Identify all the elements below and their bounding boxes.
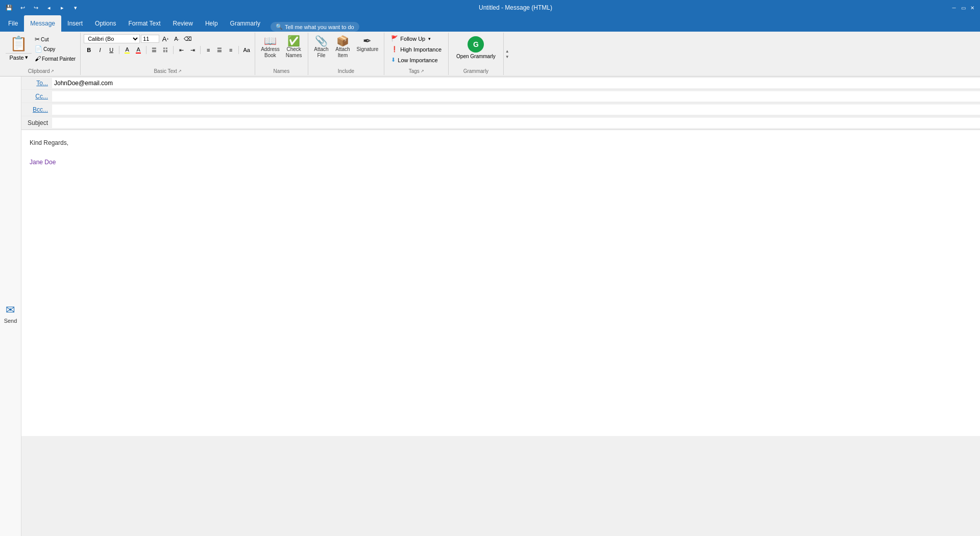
tab-grammarly[interactable]: Grammarly <box>224 15 266 32</box>
subject-input[interactable] <box>52 118 980 128</box>
high-importance-button[interactable]: ❗ High Importance <box>387 44 445 54</box>
italic-button[interactable]: I <box>95 45 105 55</box>
tab-format-text[interactable]: Format Text <box>122 15 166 32</box>
bullet-list-button[interactable]: ☰ <box>149 45 159 55</box>
align-left-button[interactable]: ≡ <box>203 45 213 55</box>
qat-redo[interactable]: ↪ <box>31 3 41 13</box>
clipboard-expander[interactable]: ↗ <box>51 69 54 73</box>
tab-message[interactable]: Message <box>24 15 61 32</box>
shrink-font-button[interactable]: A- <box>172 34 182 44</box>
qat-undo[interactable]: ↩ <box>17 3 28 13</box>
close-button[interactable]: ✕ <box>969 4 976 11</box>
to-label[interactable]: To... <box>21 80 52 87</box>
tab-file[interactable]: File <box>2 15 24 32</box>
high-importance-label: High Importance <box>400 46 442 53</box>
bcc-input[interactable] <box>52 105 980 115</box>
separator-5 <box>238 46 239 54</box>
clear-format-button[interactable]: ⌫ <box>183 34 193 44</box>
send-wrap: ✉ Send <box>4 303 17 324</box>
cc-field-row: Cc... <box>21 90 980 103</box>
low-importance-button[interactable]: ⬇ Low Importance <box>387 55 441 65</box>
body-line1: Kind Regards, <box>30 138 972 148</box>
attach-item-button[interactable]: 📦 Attach Item <box>333 34 353 61</box>
align-center-button[interactable]: ☰ <box>214 45 225 55</box>
tab-review[interactable]: Review <box>167 15 199 32</box>
address-book-button[interactable]: 📖 Address Book <box>258 34 282 61</box>
titlebar: 💾 ↩ ↪ ◂ ▸ ▾ Untitled - Message (HTML) ─ … <box>0 0 980 15</box>
bold-button[interactable]: B <box>84 45 94 55</box>
font-name-select[interactable]: Calibri (Bo <box>84 34 140 43</box>
send-panel[interactable]: ✉ Send <box>0 76 21 536</box>
font-color-button[interactable]: A <box>133 45 143 55</box>
tab-help[interactable]: Help <box>199 15 224 32</box>
include-group-label: Include <box>311 67 381 74</box>
open-grammarly-button[interactable]: G Open Grammarly <box>452 34 500 62</box>
copy-button[interactable]: 📄 Copy <box>33 44 77 54</box>
email-body[interactable]: Kind Regards, Jane Doe <box>21 130 980 436</box>
follow-up-label: Follow Up <box>400 36 425 42</box>
basic-text-expander[interactable]: ↗ <box>178 69 182 73</box>
titlebar-left: 💾 ↩ ↪ ◂ ▸ ▾ <box>4 3 81 13</box>
tell-me-box[interactable]: 🔍 Tell me what you want to do <box>271 22 359 32</box>
follow-up-icon: 🚩 <box>391 35 398 42</box>
align-right-button[interactable]: ≡ <box>226 45 236 55</box>
grammarly-icon: G <box>468 36 484 53</box>
tags-group-content: 🚩 Follow Up ▾ ❗ High Importance ⬇ Low Im… <box>387 34 445 67</box>
grammarly-group: G Open Grammarly Grammarly <box>449 33 504 75</box>
attach-file-label: Attach File <box>314 46 328 59</box>
names-group: 📖 Address Book ✅ Check Names Names <box>255 33 308 75</box>
signature-name: Jane Doe <box>30 158 972 167</box>
attach-file-button[interactable]: 📎 Attach File <box>311 34 332 61</box>
qat-back[interactable]: ◂ <box>44 3 54 13</box>
ribbon-scroll-up[interactable]: ▲ <box>505 48 510 54</box>
tell-me-text: Tell me what you want to do <box>285 24 354 30</box>
minimize-button[interactable]: ─ <box>950 4 958 11</box>
to-input[interactable] <box>52 78 980 88</box>
body-line2 <box>30 148 972 158</box>
grow-font-button[interactable]: A+ <box>160 34 170 44</box>
decrease-indent-button[interactable]: ⇤ <box>176 45 186 55</box>
main-content: ✉ Send To... Cc... Bcc... Subject <box>0 76 980 536</box>
font-size-input[interactable] <box>141 35 159 43</box>
check-names-icon: ✅ <box>287 36 300 46</box>
search-icon: 🔍 <box>276 23 283 30</box>
paste-dropdown-icon[interactable]: ▾ <box>25 54 28 61</box>
follow-up-button[interactable]: 🚩 Follow Up ▾ <box>387 34 434 43</box>
text-highlight-button[interactable]: A <box>122 45 132 55</box>
qat-save[interactable]: 💾 <box>4 3 14 13</box>
separator-3 <box>173 46 174 54</box>
cc-input[interactable] <box>52 91 980 101</box>
high-importance-icon: ❗ <box>391 46 398 53</box>
tab-options[interactable]: Options <box>89 15 122 32</box>
cc-label[interactable]: Cc... <box>21 93 52 100</box>
check-names-button[interactable]: ✅ Check Names <box>283 34 305 61</box>
tab-insert[interactable]: Insert <box>61 15 89 32</box>
format-painter-icon: 🖌 <box>35 55 41 62</box>
send-label: Send <box>4 318 17 324</box>
paste-button[interactable]: 📋 Paste ▾ <box>5 34 32 62</box>
bcc-label[interactable]: Bcc... <box>21 106 52 113</box>
format-painter-button[interactable]: 🖌 Format Painter <box>33 54 77 63</box>
ribbon-scroll-down[interactable]: ▼ <box>505 54 510 60</box>
signature-button[interactable]: ✒ Signature <box>354 34 381 55</box>
styles-button[interactable]: Aa <box>241 45 252 55</box>
restore-button[interactable]: ▭ <box>960 4 967 11</box>
attach-item-label: Attach Item <box>335 46 350 59</box>
increase-indent-button[interactable]: ⇥ <box>187 45 198 55</box>
underline-button[interactable]: U <box>106 45 116 55</box>
cut-button[interactable]: ✂ Cut <box>33 35 77 44</box>
qat-customize[interactable]: ▾ <box>70 3 81 13</box>
separator-1 <box>119 46 119 54</box>
font-row-1: Calibri (Bo A+ A- ⌫ <box>84 34 193 44</box>
follow-up-dropdown[interactable]: ▾ <box>428 36 431 41</box>
copy-icon: 📄 <box>35 45 42 53</box>
ribbon-tabs: File Message Insert Options Format Text … <box>0 15 980 32</box>
tags-expander[interactable]: ↗ <box>421 69 424 73</box>
send-icon: ✉ <box>6 303 15 317</box>
paste-label: Paste <box>9 55 23 61</box>
qat-forward[interactable]: ▸ <box>57 3 67 13</box>
subject-field-row: Subject <box>21 116 980 130</box>
grammarly-group-content: G Open Grammarly <box>452 34 500 67</box>
tags-group-label: Tags ↗ <box>387 67 445 74</box>
number-list-button[interactable]: ☷ <box>160 45 170 55</box>
